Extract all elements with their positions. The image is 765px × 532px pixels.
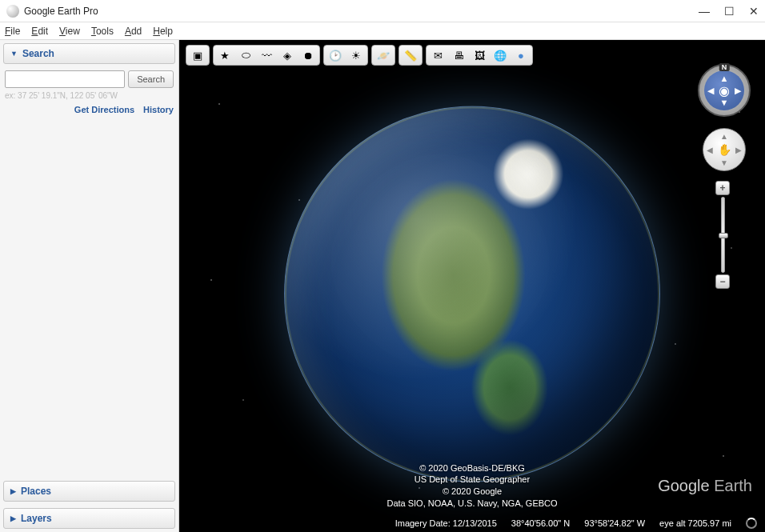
- menu-help[interactable]: Help: [153, 26, 173, 37]
- expand-icon: ▶: [10, 487, 16, 495]
- search-title: Search: [22, 48, 54, 59]
- ruler-button[interactable]: 📏: [401, 47, 420, 63]
- look-down-icon[interactable]: ▼: [720, 98, 729, 107]
- look-up-icon[interactable]: ▲: [720, 74, 729, 83]
- zoom-out-button[interactable]: −: [715, 274, 730, 289]
- maximize-button[interactable]: ☐: [724, 5, 735, 18]
- email-button[interactable]: ✉: [428, 47, 447, 63]
- collapse-icon: ▼: [10, 50, 18, 58]
- attrib-line: © 2020 GeoBasis-DE/BKG: [387, 462, 557, 474]
- attrib-line: © 2020 Google: [387, 486, 557, 498]
- places-title: Places: [21, 486, 51, 497]
- google-earth-watermark: Google Earth: [658, 477, 752, 495]
- look-left-icon[interactable]: ◀: [707, 86, 714, 96]
- get-directions-link[interactable]: Get Directions: [74, 105, 134, 114]
- places-panel-header[interactable]: ▶ Places: [3, 481, 175, 502]
- menu-bar: File Edit View Tools Add Help: [0, 22, 765, 40]
- eye-altitude: eye alt 7205.97 mi: [659, 518, 731, 528]
- print-button[interactable]: 🖶: [449, 47, 468, 63]
- pan-right-icon[interactable]: ▶: [735, 146, 742, 154]
- zoom-slider: + −: [715, 181, 730, 289]
- menu-file[interactable]: File: [5, 26, 20, 37]
- menu-add[interactable]: Add: [125, 26, 142, 37]
- search-button[interactable]: Search: [128, 70, 174, 88]
- zoom-track[interactable]: [721, 197, 725, 273]
- look-right-icon[interactable]: ▶: [735, 86, 741, 96]
- record-tour-button[interactable]: ⏺: [298, 47, 318, 63]
- pan-left-icon[interactable]: ◀: [707, 146, 713, 154]
- earth-globe[interactable]: [284, 106, 660, 482]
- eye-icon: ◉: [719, 83, 730, 98]
- historical-imagery-button[interactable]: 🕑: [326, 47, 345, 63]
- toolbar: ▣ ★ ⬭ 〰 ◈ ⏺ 🕑 ☀ 🪐 📏 ✉ 🖶 🖼 🌐 ●: [186, 45, 533, 66]
- title-bar: Google Earth Pro — ☐ ✕: [0, 0, 765, 22]
- search-panel-header[interactable]: ▼ Search: [3, 43, 175, 64]
- placemark-button[interactable]: ★: [215, 47, 234, 63]
- status-bar: Imagery Date: 12/13/2015 38°40'56.00" N …: [179, 514, 765, 532]
- sign-in-button[interactable]: ●: [511, 47, 531, 63]
- toggle-sidebar-button[interactable]: ▣: [188, 47, 207, 63]
- sunlight-button[interactable]: ☀: [346, 47, 366, 63]
- expand-icon: ▶: [10, 514, 16, 522]
- hand-icon: ✋: [718, 143, 731, 156]
- pan-up-icon[interactable]: ▲: [720, 132, 728, 141]
- search-input[interactable]: [5, 70, 125, 88]
- imagery-date: Imagery Date: 12/13/2015: [395, 518, 497, 528]
- attrib-line: US Dept of State Geographer: [387, 474, 557, 486]
- layers-panel-header[interactable]: ▶ Layers: [3, 508, 175, 529]
- loading-spinner-icon: [746, 518, 757, 529]
- zoom-in-button[interactable]: +: [715, 181, 730, 195]
- north-indicator[interactable]: N: [719, 63, 730, 71]
- pan-down-icon[interactable]: ▼: [720, 158, 728, 167]
- layers-title: Layers: [21, 513, 52, 524]
- window-title: Google Earth Pro: [24, 6, 98, 17]
- latitude: 38°40'56.00" N: [511, 518, 570, 528]
- minimize-button[interactable]: —: [699, 5, 710, 18]
- planets-button[interactable]: 🪐: [374, 47, 393, 63]
- longitude: 93°58'24.82" W: [584, 518, 645, 528]
- menu-edit[interactable]: Edit: [31, 26, 48, 37]
- path-button[interactable]: 〰: [257, 47, 276, 63]
- map-viewport[interactable]: ▣ ★ ⬭ 〰 ◈ ⏺ 🕑 ☀ 🪐 📏 ✉ 🖶 🖼 🌐 ●: [179, 40, 765, 532]
- search-hint: ex: 37 25' 19.1"N, 122 05' 06"W: [5, 91, 174, 100]
- polygon-button[interactable]: ⬭: [236, 47, 255, 63]
- sidebar: ▼ Search Search ex: 37 25' 19.1"N, 122 0…: [0, 40, 179, 532]
- menu-tools[interactable]: Tools: [91, 26, 114, 37]
- close-button[interactable]: ✕: [749, 5, 759, 18]
- move-joystick[interactable]: ▲ ▼ ◀ ▶ ✋: [703, 128, 746, 171]
- app-icon: [6, 5, 19, 18]
- menu-view[interactable]: View: [59, 26, 80, 37]
- attrib-line: Data SIO, NOAA, U.S. Navy, NGA, GEBCO: [387, 498, 557, 510]
- attribution: © 2020 GeoBasis-DE/BKG US Dept of State …: [387, 462, 557, 510]
- save-image-button[interactable]: 🖼: [470, 47, 489, 63]
- image-overlay-button[interactable]: ◈: [278, 47, 297, 63]
- view-in-maps-button[interactable]: 🌐: [491, 47, 510, 63]
- look-joystick[interactable]: N ▲ ▼ ◀ ▶ ◉: [698, 64, 751, 117]
- history-link[interactable]: History: [143, 105, 174, 114]
- zoom-thumb[interactable]: [719, 233, 728, 238]
